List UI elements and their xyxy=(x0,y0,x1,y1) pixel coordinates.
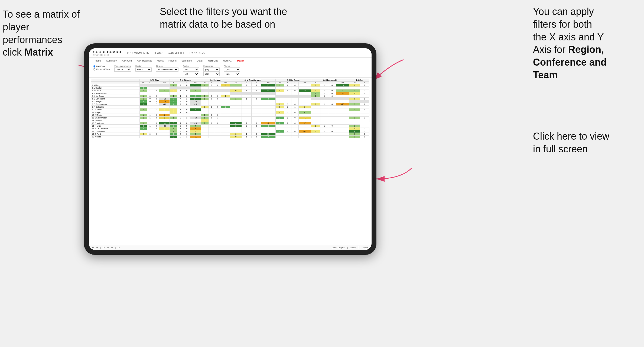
matrix-cell: 0 xyxy=(251,125,261,127)
gender-select[interactable]: Men's xyxy=(135,68,152,72)
toolbar-refresh[interactable]: ⟳ xyxy=(103,246,105,249)
nav-teams[interactable]: TEAMS xyxy=(153,52,163,54)
nav-rankings[interactable]: RANKINGS xyxy=(190,52,205,54)
matrix-cell xyxy=(190,92,201,95)
players-select-y[interactable]: (All) xyxy=(224,72,240,76)
sub-nav-matrix-active[interactable]: Matrix xyxy=(236,59,246,63)
max-players-select[interactable]: Top 25 xyxy=(114,68,131,72)
matrix-cell xyxy=(311,133,320,136)
matrix-cell xyxy=(209,136,215,138)
player-name: 1. W Ding xyxy=(91,84,140,87)
matrix-cell xyxy=(215,89,221,92)
tablet-screen: SCOREBOARD Powered by clippd TOURNAMENTS… xyxy=(89,48,372,250)
sub-nav-summary[interactable]: Summary xyxy=(105,59,118,63)
table-row: 5. M La Sasso10011061101100 xyxy=(91,95,369,98)
matrix-cell xyxy=(170,87,177,89)
matrix-cell: 1 xyxy=(221,95,230,98)
matrix-cell: 0 xyxy=(215,95,221,98)
matrix-cell xyxy=(221,130,230,133)
matrix-cell xyxy=(201,125,209,127)
col-header-4: 4. M Thorbjornsen xyxy=(230,79,275,82)
matrix-cell xyxy=(221,122,230,125)
matrix-cell: 0 xyxy=(215,122,221,125)
nav-committee[interactable]: COMMITTEE xyxy=(168,52,185,54)
matrix-cell: 0 xyxy=(153,98,159,100)
matrix-cell xyxy=(261,130,275,133)
compact-view-radio[interactable]: Compact View xyxy=(93,68,110,70)
matrix-cell: 1 xyxy=(184,98,190,100)
sub-nav-h2h-h[interactable]: H2H H... xyxy=(222,59,233,63)
conference-select-y[interactable]: (All) xyxy=(203,72,220,76)
players-select-x[interactable]: (All) xyxy=(224,68,240,72)
matrix-cell: 13 xyxy=(336,84,349,87)
sub-nav-players[interactable]: Players xyxy=(167,59,178,63)
matrix-cell: 2 xyxy=(360,84,369,87)
matrix-cell xyxy=(221,125,230,127)
matrix-cell xyxy=(349,87,360,89)
matrix-cell: 0 xyxy=(328,125,336,127)
matrix-cell: 0 xyxy=(184,130,190,133)
conference-label: Conference xyxy=(203,65,220,67)
conference-select-x[interactable]: (All) xyxy=(203,68,220,72)
toolbar-fullscreen[interactable]: ⛶ xyxy=(358,246,360,249)
matrix-cell xyxy=(221,92,230,95)
main-nav: TOURNAMENTS TEAMS COMMITTEE RANKINGS xyxy=(127,52,205,54)
player-name: 14. J Lundin xyxy=(91,119,140,122)
division-select[interactable]: NCAA Division I xyxy=(156,68,178,72)
matrix-cell: 2 xyxy=(177,103,184,106)
toolbar-zoom-in[interactable]: ⊕ xyxy=(111,246,113,249)
matrix-cell: 1 xyxy=(170,84,177,87)
matrix-cell xyxy=(360,87,369,89)
nav-tournaments[interactable]: TOURNAMENTS xyxy=(127,52,149,54)
player-name: 15. P Maichon xyxy=(91,122,140,125)
matrix-cell: 0 xyxy=(153,127,159,130)
matrix-cell xyxy=(291,95,299,98)
matrix-cell: 1 xyxy=(209,114,215,117)
matrix-cell xyxy=(170,119,177,122)
matrix-cell xyxy=(139,106,147,108)
sub-nav-h2h-grid[interactable]: H2H Grid xyxy=(121,59,133,63)
toolbar-undo[interactable]: ↩ xyxy=(92,246,94,249)
matrix-cell: 2 xyxy=(139,87,147,89)
matrix-cell: 1 xyxy=(147,108,153,111)
matrix-cell: 1 xyxy=(320,130,328,133)
matrix-cell xyxy=(251,108,261,111)
sub-nav-h2h-grid2[interactable]: H2H Grid xyxy=(207,59,219,63)
filter-bar: Full View Compact View Max players in vi… xyxy=(89,64,372,78)
matrix-cell: 5 xyxy=(360,130,369,133)
sub-nav-detail[interactable]: Detail xyxy=(196,59,204,63)
full-view-radio[interactable]: Full View xyxy=(93,65,110,68)
matrix-cell xyxy=(139,136,147,138)
toolbar-view-original[interactable]: View: Original xyxy=(332,246,345,249)
toolbar-redo[interactable]: ↪ xyxy=(96,246,98,249)
matrix-cell xyxy=(215,119,221,122)
sub-d2: Dif xyxy=(190,82,201,84)
sub-nav-summary2[interactable]: Summary xyxy=(180,59,193,63)
matrix-cell xyxy=(291,136,299,138)
region-select-x[interactable]: N/A xyxy=(183,68,199,72)
toolbar-share[interactable]: Share xyxy=(363,246,368,249)
matrix-cell xyxy=(284,114,291,117)
sub-nav-matrix-players[interactable]: Matrix xyxy=(156,59,165,63)
matrix-cell xyxy=(291,108,299,111)
matrix-cell xyxy=(209,103,215,106)
sub-nav-h2h-heatmap[interactable]: H2H Heatmap xyxy=(136,59,153,63)
max-players-label: Max players in view xyxy=(114,65,131,67)
matrix-cell xyxy=(215,130,221,133)
matrix-cell xyxy=(251,119,261,122)
matrix-cell: 1 xyxy=(209,84,215,87)
matrix-cell xyxy=(215,108,221,111)
toolbar-watch[interactable]: Watch xyxy=(350,246,356,249)
matrix-cell: 1 xyxy=(177,95,184,98)
matrix-cell xyxy=(299,98,311,100)
region-select-y[interactable]: N/A xyxy=(183,72,199,76)
toolbar-zoom-out[interactable]: ⊖ xyxy=(107,246,109,249)
toolbar-settings[interactable]: ⚙ xyxy=(118,246,120,249)
player-name: 8. P Summerhays xyxy=(91,103,140,106)
table-row: 12. M Riedel110-6110 xyxy=(91,114,369,117)
matrix-cell xyxy=(261,103,275,106)
matrix-cell xyxy=(184,114,190,117)
matrix-cell xyxy=(336,136,349,138)
sub-nav-teams[interactable]: Teams xyxy=(93,59,103,63)
matrix-cell xyxy=(299,84,311,87)
